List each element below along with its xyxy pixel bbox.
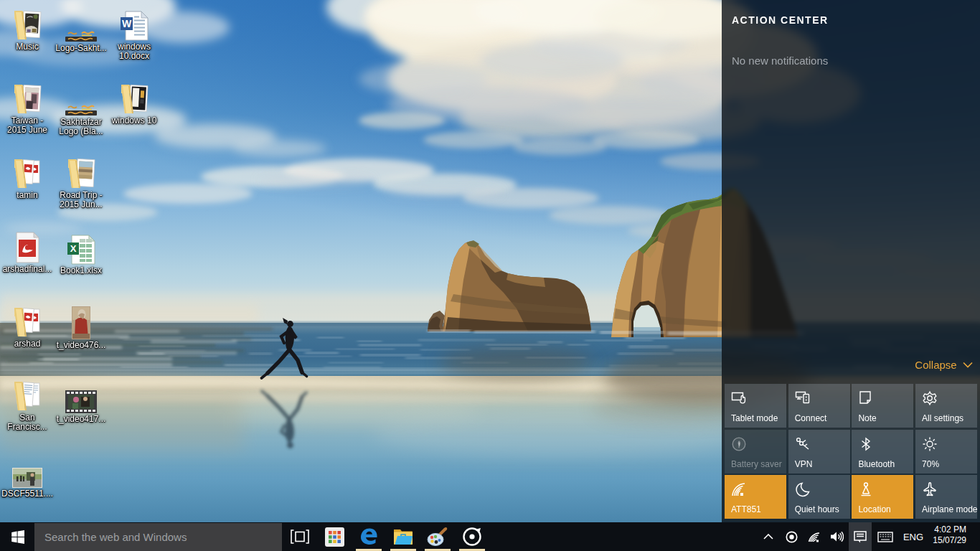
svg-text:X: X [70, 243, 77, 254]
svg-text:W: W [122, 18, 132, 29]
